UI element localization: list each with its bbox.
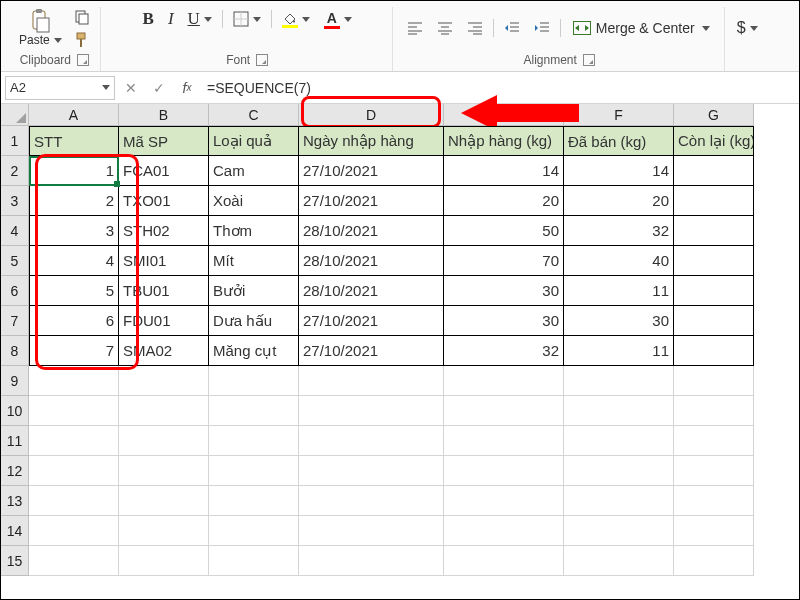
cell[interactable]: [29, 486, 119, 516]
cell[interactable]: [674, 336, 754, 366]
cell[interactable]: 14: [564, 156, 674, 186]
cell[interactable]: Còn lại (kg): [674, 126, 754, 156]
cell[interactable]: [209, 396, 299, 426]
cell[interactable]: Xoài: [209, 186, 299, 216]
cell[interactable]: [209, 546, 299, 576]
row-header-11[interactable]: 11: [1, 426, 29, 456]
select-all-corner[interactable]: [1, 104, 29, 126]
cell[interactable]: 27/10/2021: [299, 156, 444, 186]
cell-grid[interactable]: STTMã SPLoại quảNgày nhập hàngNhập hàng …: [29, 126, 754, 576]
cell[interactable]: 7: [29, 336, 119, 366]
cell[interactable]: Cam: [209, 156, 299, 186]
cell[interactable]: Măng cụt: [209, 336, 299, 366]
row-header-1[interactable]: 1: [1, 126, 29, 156]
row-header-4[interactable]: 4: [1, 216, 29, 246]
cell[interactable]: [29, 396, 119, 426]
cell[interactable]: SMI01: [119, 246, 209, 276]
cell[interactable]: [674, 306, 754, 336]
cell[interactable]: [119, 456, 209, 486]
cell[interactable]: [444, 366, 564, 396]
cell[interactable]: 14: [444, 156, 564, 186]
cell[interactable]: [674, 276, 754, 306]
cell[interactable]: [29, 366, 119, 396]
increase-indent-button[interactable]: [530, 19, 554, 37]
cell[interactable]: [564, 396, 674, 426]
cell[interactable]: [299, 456, 444, 486]
underline-button[interactable]: U: [184, 7, 216, 31]
currency-button[interactable]: $: [733, 17, 762, 39]
cell[interactable]: [209, 516, 299, 546]
paste-button[interactable]: Paste: [15, 9, 66, 47]
cell[interactable]: [209, 486, 299, 516]
row-header-15[interactable]: 15: [1, 546, 29, 576]
cell[interactable]: [674, 486, 754, 516]
cell[interactable]: 30: [444, 306, 564, 336]
cell[interactable]: [444, 486, 564, 516]
cell[interactable]: Loại quả: [209, 126, 299, 156]
cell[interactable]: [29, 546, 119, 576]
cell[interactable]: TXO01: [119, 186, 209, 216]
cell[interactable]: [299, 546, 444, 576]
cell[interactable]: [444, 426, 564, 456]
align-center-button[interactable]: [433, 19, 457, 37]
font-dialog-launcher[interactable]: [256, 54, 268, 66]
alignment-dialog-launcher[interactable]: [583, 54, 595, 66]
cell[interactable]: Đã bán (kg): [564, 126, 674, 156]
row-header-12[interactable]: 12: [1, 456, 29, 486]
cell[interactable]: [564, 426, 674, 456]
font-color-button[interactable]: A: [320, 8, 356, 31]
cell[interactable]: 27/10/2021: [299, 186, 444, 216]
cell[interactable]: [564, 546, 674, 576]
row-header-14[interactable]: 14: [1, 516, 29, 546]
cell[interactable]: [444, 516, 564, 546]
bold-button[interactable]: B: [139, 7, 158, 31]
cell[interactable]: [299, 516, 444, 546]
row-header-7[interactable]: 7: [1, 306, 29, 336]
cell[interactable]: Nhập hàng (kg): [444, 126, 564, 156]
cell[interactable]: [29, 516, 119, 546]
cell[interactable]: 28/10/2021: [299, 216, 444, 246]
cell[interactable]: 20: [444, 186, 564, 216]
cell[interactable]: [674, 426, 754, 456]
cell[interactable]: 4: [29, 246, 119, 276]
row-header-2[interactable]: 2: [1, 156, 29, 186]
column-header-E[interactable]: E: [444, 104, 564, 126]
cell[interactable]: [674, 216, 754, 246]
cell[interactable]: [674, 246, 754, 276]
cell[interactable]: 3: [29, 216, 119, 246]
align-right-button[interactable]: [463, 19, 487, 37]
borders-button[interactable]: [229, 9, 265, 29]
cell[interactable]: 20: [564, 186, 674, 216]
cell[interactable]: 2: [29, 186, 119, 216]
cell[interactable]: FCA01: [119, 156, 209, 186]
row-header-9[interactable]: 9: [1, 366, 29, 396]
cell[interactable]: [564, 366, 674, 396]
cell[interactable]: [674, 186, 754, 216]
cancel-formula-button[interactable]: ✕: [119, 76, 143, 100]
cell[interactable]: [299, 486, 444, 516]
cell[interactable]: 5: [29, 276, 119, 306]
column-header-C[interactable]: C: [209, 104, 299, 126]
formula-input[interactable]: [203, 76, 795, 100]
cell[interactable]: SMA02: [119, 336, 209, 366]
cell[interactable]: 11: [564, 336, 674, 366]
cell[interactable]: 6: [29, 306, 119, 336]
row-header-6[interactable]: 6: [1, 276, 29, 306]
column-header-F[interactable]: F: [564, 104, 674, 126]
cell[interactable]: [119, 486, 209, 516]
cell[interactable]: [209, 456, 299, 486]
column-header-G[interactable]: G: [674, 104, 754, 126]
cell[interactable]: [674, 396, 754, 426]
cell[interactable]: [119, 366, 209, 396]
cell[interactable]: 28/10/2021: [299, 276, 444, 306]
cell[interactable]: Thơm: [209, 216, 299, 246]
align-left-button[interactable]: [403, 19, 427, 37]
column-header-D[interactable]: D: [299, 104, 444, 126]
fx-button[interactable]: fx: [175, 76, 199, 100]
cell[interactable]: Mít: [209, 246, 299, 276]
cell[interactable]: STT: [29, 126, 119, 156]
cell[interactable]: [299, 396, 444, 426]
column-header-B[interactable]: B: [119, 104, 209, 126]
cell[interactable]: [444, 396, 564, 426]
cell[interactable]: TBU01: [119, 276, 209, 306]
